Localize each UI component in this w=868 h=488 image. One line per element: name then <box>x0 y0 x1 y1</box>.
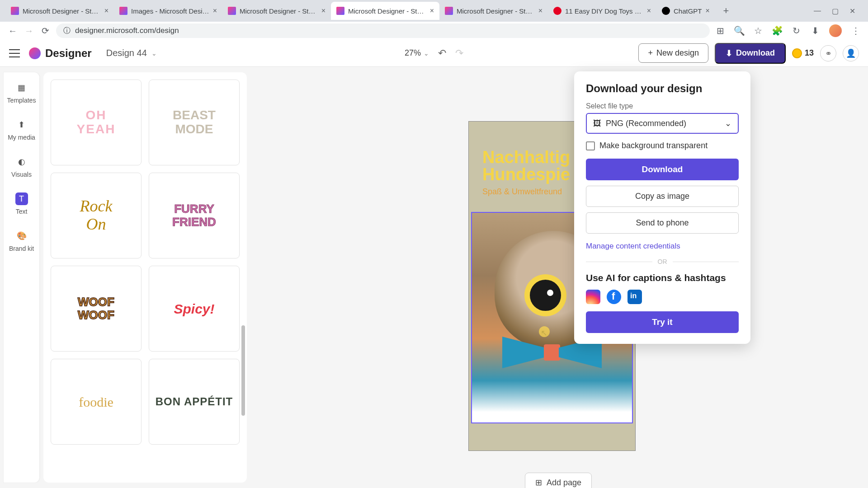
text-preset[interactable]: Rock On <box>51 173 142 258</box>
instagram-icon[interactable] <box>586 290 600 304</box>
credits-value: 13 <box>805 48 814 58</box>
rail-label: Text <box>16 208 28 215</box>
download-button[interactable]: Download <box>586 159 739 180</box>
url-text: designer.microsoft.com/design <box>75 26 179 35</box>
text-preset[interactable]: FURRY FRIEND <box>149 173 240 258</box>
brand-logo[interactable]: Designer <box>29 47 92 60</box>
file-type-select[interactable]: 🖼 PNG (Recommended) ⌄ <box>586 113 739 134</box>
menu-icon[interactable]: ⋮ <box>851 26 861 36</box>
image-icon: 🖼 <box>593 119 601 128</box>
canvas-heading[interactable]: Nachhaltig Hundespie <box>482 149 570 183</box>
profile-avatar[interactable] <box>829 24 842 37</box>
try-it-button[interactable]: Try it <box>586 311 739 333</box>
text-preset[interactable]: WOOF WOOF <box>51 266 142 352</box>
rail-visuals[interactable]: ◐Visuals <box>4 154 39 180</box>
preset-label: Rock On <box>80 197 113 233</box>
close-icon[interactable]: × <box>430 7 434 15</box>
download-icon: ⬇ <box>726 48 732 58</box>
extensions-icon[interactable]: 🧩 <box>772 26 782 36</box>
preset-label: BON APPÉTIT <box>156 396 233 408</box>
browser-tab[interactable]: Microsoft Designer - Stunning× <box>439 2 548 20</box>
credits-badge[interactable]: 13 <box>792 48 814 58</box>
new-design-button[interactable]: + New design <box>638 43 708 63</box>
copy-image-button[interactable]: Copy as image <box>586 186 739 207</box>
preset-label: FURRY FRIEND <box>172 202 216 228</box>
downloads-icon[interactable]: ⬇ <box>810 26 820 36</box>
download-panel-title: Download your design <box>586 82 739 95</box>
canvas-subheading[interactable]: Spaß & Umweltfreund <box>482 187 562 197</box>
templates-icon: ▦ <box>15 81 28 94</box>
zoom-dropdown[interactable]: 27% ⌄ <box>405 48 429 58</box>
manage-credentials-link[interactable]: Manage content credentials <box>586 242 739 251</box>
browser-tab[interactable]: Microsoft Designer - Stunning× <box>5 2 114 20</box>
rail-label: Templates <box>7 97 36 104</box>
close-icon[interactable]: × <box>706 7 710 15</box>
text-preset[interactable]: OH YEAH <box>51 80 142 165</box>
close-icon[interactable]: × <box>321 7 326 15</box>
browser-tab[interactable]: 11 Easy DIY Dog Toys Using Fr× <box>548 2 656 20</box>
text-preset[interactable]: foodie <box>51 359 142 445</box>
preset-label: WOOF WOOF <box>78 296 114 321</box>
transparent-bg-checkbox[interactable]: Make background transparent <box>586 141 739 150</box>
preset-label: Spicy! <box>174 301 214 316</box>
back-icon[interactable]: ← <box>7 25 18 36</box>
favicon-icon <box>553 7 561 15</box>
install-icon[interactable]: ⊞ <box>715 26 725 36</box>
account-icon[interactable]: 👤 <box>843 45 859 61</box>
text-preset[interactable]: Spicy! <box>149 266 240 352</box>
add-page-button[interactable]: ⊞ Add page <box>525 473 592 488</box>
zoom-lens-icon[interactable]: 🔍 <box>734 26 744 36</box>
checkbox-label: Make background transparent <box>599 141 708 150</box>
preset-label: foodie <box>79 394 113 409</box>
relaunch-icon[interactable]: ↻ <box>791 26 801 36</box>
redo-icon: ↷ <box>455 47 463 59</box>
logo-mark-icon <box>29 47 41 59</box>
browser-chrome: Microsoft Designer - Stunning× Images - … <box>0 0 868 40</box>
linkedin-icon[interactable] <box>627 290 642 304</box>
visuals-icon: ◐ <box>15 155 28 168</box>
rail-text[interactable]: TText <box>4 191 39 217</box>
tab-title: Microsoft Designer - Stunning <box>348 7 426 15</box>
url-input[interactable]: ⓘ designer.microsoft.com/design <box>56 23 710 38</box>
browser-tab[interactable]: Microsoft Designer - Stunning× <box>222 2 331 20</box>
download-header-button[interactable]: ⬇ Download <box>715 43 786 64</box>
design-name-dropdown[interactable]: Design 44 ⌄ <box>106 48 157 58</box>
file-type-label: Select file type <box>586 102 739 110</box>
close-icon[interactable]: × <box>104 7 108 15</box>
minimize-icon[interactable]: — <box>814 7 821 15</box>
text-preset[interactable]: BEAST MODE <box>149 80 240 165</box>
share-icon[interactable]: ⚭ <box>820 45 836 61</box>
undo-icon[interactable]: ↶ <box>438 47 446 59</box>
main-area: ▦Templates ⬆My media ◐Visuals TText 🎨Bra… <box>0 67 868 488</box>
upload-icon: ⬆ <box>15 118 28 131</box>
favicon-icon <box>228 7 236 15</box>
favicon-icon <box>11 7 19 15</box>
coin-icon <box>792 48 802 58</box>
close-icon[interactable]: × <box>213 7 217 15</box>
reload-icon[interactable]: ⟳ <box>40 25 51 36</box>
hamburger-icon[interactable] <box>9 49 20 57</box>
send-to-phone-button[interactable]: Send to phone <box>586 212 739 234</box>
new-tab-button[interactable]: + <box>719 4 733 18</box>
site-info-icon[interactable]: ⓘ <box>63 26 71 36</box>
browser-tab-active[interactable]: Microsoft Designer - Stunning× <box>331 2 439 20</box>
close-icon[interactable]: × <box>647 7 651 15</box>
close-icon[interactable]: × <box>538 7 542 15</box>
maximize-icon[interactable]: ▢ <box>832 7 839 15</box>
heading-line: Hundespie <box>482 166 570 183</box>
rail-media[interactable]: ⬆My media <box>4 117 39 143</box>
close-window-icon[interactable]: ✕ <box>849 7 855 15</box>
or-text: OR <box>658 258 667 265</box>
download-label: Download <box>736 48 775 58</box>
rail-templates[interactable]: ▦Templates <box>4 80 39 106</box>
rail-brand-kit[interactable]: 🎨Brand kit <box>4 228 39 254</box>
tab-title: ChatGPT <box>674 7 702 15</box>
canvas-area[interactable]: Nachhaltig Hundespie Spaß & Umweltfreund… <box>247 67 868 488</box>
download-panel: Download your design Select file type 🖼 … <box>574 71 750 344</box>
browser-tab[interactable]: ChatGPT× <box>656 2 715 20</box>
bookmark-icon[interactable]: ☆ <box>753 26 763 36</box>
text-preset[interactable]: BON APPÉTIT <box>149 359 240 445</box>
scrollbar-thumb[interactable] <box>241 325 245 416</box>
browser-tab[interactable]: Images - Microsoft Designer× <box>114 2 222 20</box>
facebook-icon[interactable] <box>607 290 621 304</box>
